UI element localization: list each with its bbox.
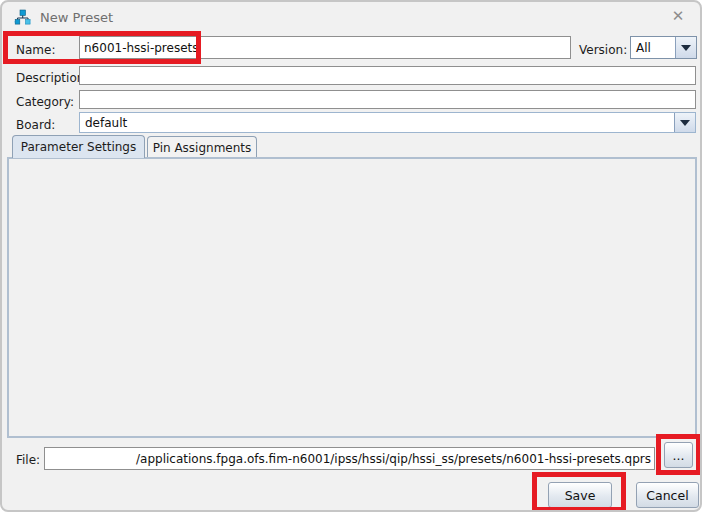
version-dropdown-button[interactable] xyxy=(675,37,696,58)
board-value: default xyxy=(80,116,674,130)
category-input[interactable] xyxy=(79,90,696,109)
description-label: Description: xyxy=(16,71,88,85)
chevron-down-icon xyxy=(680,120,690,126)
name-input[interactable] xyxy=(79,36,571,59)
file-input[interactable]: /applications.fpga.ofs.fim-n6001/ipss/hs… xyxy=(44,447,655,470)
dialog-title: New Preset xyxy=(40,10,113,25)
category-label: Category: xyxy=(16,95,74,109)
save-button[interactable]: Save xyxy=(548,482,612,508)
parameter-settings-panel xyxy=(7,157,697,438)
version-dropdown[interactable]: All xyxy=(630,36,697,59)
close-icon[interactable]: ✕ xyxy=(669,8,687,26)
new-preset-dialog: New Preset ✕ Name: Version: All Descript… xyxy=(0,0,702,512)
version-label: Version: xyxy=(579,43,627,57)
board-dropdown[interactable]: default xyxy=(79,112,696,133)
tab-pin-assignments[interactable]: Pin Assignments xyxy=(147,136,257,158)
chevron-down-icon xyxy=(681,45,691,51)
browse-button[interactable]: ... xyxy=(664,442,693,468)
file-path-text: /applications.fpga.ofs.fim-n6001/ipss/hs… xyxy=(136,452,651,466)
tab-parameter-settings[interactable]: Parameter Settings xyxy=(12,135,145,158)
version-value: All xyxy=(631,41,675,55)
board-dropdown-button[interactable] xyxy=(674,113,695,132)
cancel-button[interactable]: Cancel xyxy=(636,482,699,508)
title-bar: New Preset ✕ xyxy=(2,2,700,32)
description-input[interactable] xyxy=(79,66,696,85)
name-label: Name: xyxy=(16,43,55,57)
new-preset-icon xyxy=(14,9,31,26)
board-label: Board: xyxy=(16,118,55,132)
file-label: File: xyxy=(16,453,40,467)
